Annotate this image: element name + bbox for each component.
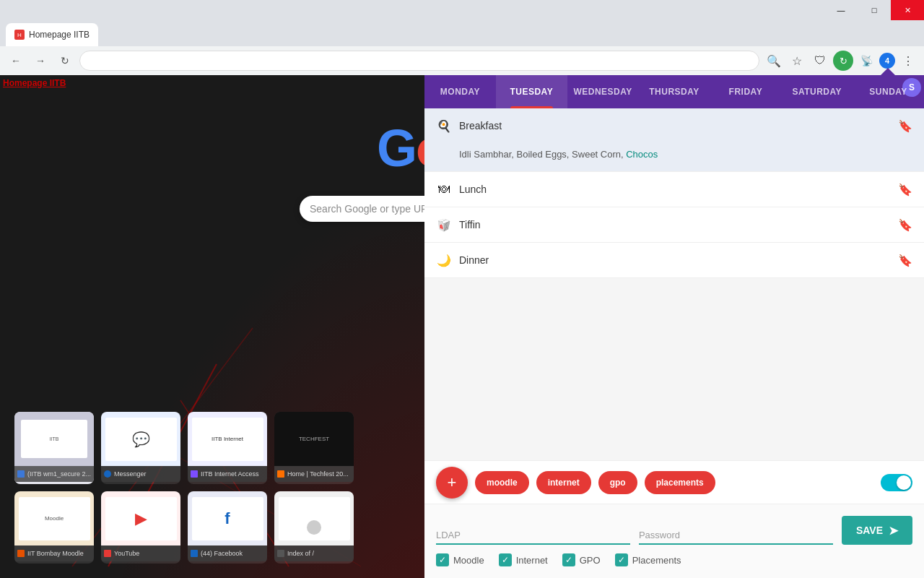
meal-breakfast: 🍳 Breakfast 🔖 Idli Sambhar, Boiled Eggs,… [424, 108, 924, 172]
tab-friday[interactable]: FRIDAY [710, 75, 781, 108]
shortcut-thumb-6: ▶ [101, 491, 180, 545]
password-field [639, 526, 833, 545]
checkbox-box-gpo: ✓ [562, 553, 575, 566]
omnibox[interactable] [79, 51, 759, 71]
save-label: SAVE [856, 525, 883, 536]
search-icon[interactable]: 🔍 [764, 51, 784, 71]
shortcut-item[interactable]: ▶ YouTube [101, 491, 180, 564]
fab-button[interactable]: + [436, 467, 468, 499]
meal-breakfast-header[interactable]: 🍳 Breakfast 🔖 [424, 108, 924, 143]
shortcut-thumb-1: IITB [14, 412, 94, 466]
ldap-field [436, 526, 630, 545]
titlebar-controls: — □ ✕ [824, 0, 924, 20]
shortcuts-grid: IITB (IITB wm1_secure 2... 💬 Messenger [14, 412, 354, 564]
shortcut-item[interactable]: f (44) Facebook [188, 491, 267, 564]
menu-button[interactable]: ⋮ [898, 51, 918, 71]
meal-lunch-header[interactable]: 🍽 Lunch 🔖 [424, 172, 924, 207]
checkbox-box-placements: ✓ [615, 553, 628, 566]
dinner-name: Dinner [459, 254, 898, 266]
meal-lunch: 🍽 Lunch 🔖 [424, 172, 924, 207]
ldap-input[interactable] [436, 526, 630, 545]
shortcut-label-7: (44) Facebook [188, 545, 267, 561]
chrome-titlebar: — □ ✕ [0, 0, 924, 20]
meal-tiffin-header[interactable]: 🥡 Tiffin 🔖 [424, 207, 924, 242]
tab-tuesday[interactable]: TUESDAY [496, 75, 567, 108]
lunch-name: Lunch [459, 184, 898, 195]
tab-label: Homepage IITB [29, 30, 90, 40]
back-button[interactable]: ← [6, 51, 26, 71]
shortcut-item[interactable]: Moodle IIT Bombay Moodle [14, 491, 94, 564]
dinner-icon: 🌙 [436, 252, 452, 268]
save-button[interactable]: SAVE ➤ [842, 516, 912, 545]
credentials-section: SAVE ➤ ✓ Moodle ✓ Internet ✓ GPO ✓ [424, 504, 924, 578]
credentials-row: SAVE ➤ [436, 516, 912, 545]
shortcut-thumb-7: f [188, 491, 267, 545]
service-moodle[interactable]: moodle [475, 471, 529, 494]
shortcut-thumb-4: TECHFEST [274, 412, 354, 466]
checkbox-label-gpo: GPO [580, 555, 601, 566]
shortcut-label-8: Index of / [274, 545, 354, 561]
meals-container: 🍳 Breakfast 🔖 Idli Sambhar, Boiled Eggs,… [424, 108, 924, 460]
meal-dinner-header[interactable]: 🌙 Dinner 🔖 [424, 243, 924, 277]
toggle-switch[interactable] [881, 474, 912, 491]
breakfast-icon: 🍳 [436, 118, 452, 134]
checkbox-internet[interactable]: ✓ Internet [499, 553, 548, 566]
tab-homepage[interactable]: H Homepage IITB [6, 23, 98, 46]
shield-icon[interactable]: 🛡 [810, 51, 830, 71]
service-internet[interactable]: internet [536, 471, 591, 494]
shortcut-item[interactable]: Index of / [274, 491, 354, 564]
breakfast-name: Breakfast [459, 120, 898, 131]
refresh-icon[interactable]: ↻ [833, 51, 853, 71]
checkbox-label-placements: Placements [632, 555, 681, 566]
tiffin-name: Tiffin [459, 219, 898, 230]
shortcut-item[interactable]: IITB (IITB wm1_secure 2... [14, 412, 94, 484]
breakfast-highlight: Chocos [626, 149, 658, 160]
maximize-button[interactable]: □ [858, 0, 891, 20]
checkboxes-row: ✓ Moodle ✓ Internet ✓ GPO ✓ Placements [436, 553, 912, 566]
shortcut-label-5: IIT Bombay Moodle [14, 545, 94, 561]
lunch-icon: 🍽 [436, 181, 452, 197]
service-placements[interactable]: placements [645, 471, 715, 494]
shortcut-label-2: Messenger [101, 466, 180, 482]
tab-wednesday[interactable]: WEDNESDAY [567, 75, 639, 108]
tiffin-bookmark[interactable]: 🔖 [898, 218, 912, 232]
checkbox-moodle[interactable]: ✓ Moodle [436, 553, 484, 566]
password-input[interactable] [639, 526, 833, 545]
tab-sunday[interactable]: SUNDAY [853, 75, 924, 108]
checkbox-placements[interactable]: ✓ Placements [615, 553, 681, 566]
save-arrow-icon: ➤ [889, 524, 898, 538]
checkbox-box-internet: ✓ [499, 553, 512, 566]
tab-thursday[interactable]: THURSDAY [639, 75, 710, 108]
service-gpo[interactable]: gpo [598, 471, 637, 494]
panel-caret [881, 68, 895, 75]
checkbox-label-internet: Internet [516, 555, 548, 566]
day-tabs: MONDAY TUESDAY WEDNESDAY THURSDAY FRIDAY… [424, 75, 924, 108]
tiffin-icon: 🥡 [436, 217, 452, 233]
shortcut-item[interactable]: 💬 Messenger [101, 412, 180, 484]
star-icon[interactable]: ☆ [787, 51, 807, 71]
cast-icon[interactable]: 📡 [856, 51, 876, 71]
dinner-bookmark[interactable]: 🔖 [898, 254, 912, 267]
extension-badge[interactable]: 4 [879, 53, 895, 69]
shortcut-item[interactable]: IITB Internet IITB Internet Access [188, 412, 267, 484]
shortcut-thumb-8 [274, 491, 354, 545]
checkbox-gpo[interactable]: ✓ GPO [562, 553, 601, 566]
shortcut-item[interactable]: TECHFEST Home | Techfest 20... [274, 412, 354, 484]
tab-saturday[interactable]: SATURDAY [781, 75, 853, 108]
lunch-bookmark[interactable]: 🔖 [898, 183, 912, 197]
breakfast-bookmark[interactable]: 🔖 [898, 119, 912, 133]
breakfast-items: Idli Sambhar, Boiled Eggs, Sweet Corn, C… [424, 143, 924, 171]
panel-overlay: S MONDAY TUESDAY WEDNESDAY THURSDAY FRID… [424, 75, 924, 578]
shortcut-thumb-5: Moodle [14, 491, 94, 545]
tab-monday[interactable]: MONDAY [424, 75, 496, 108]
tab-bar: H Homepage IITB [0, 20, 924, 46]
shortcut-thumb-3: IITB Internet [188, 412, 267, 466]
close-button[interactable]: ✕ [891, 0, 924, 20]
reload-button[interactable]: ↻ [55, 51, 75, 71]
shortcut-label-4: Home | Techfest 20... [274, 466, 354, 482]
shortcut-thumb-2: 💬 [101, 412, 180, 466]
minimize-button[interactable]: — [824, 0, 858, 20]
shortcut-label-1: (IITB wm1_secure 2... [14, 466, 94, 482]
homepage-label[interactable]: Homepage IITB [3, 78, 66, 88]
forward-button[interactable]: → [30, 51, 51, 71]
